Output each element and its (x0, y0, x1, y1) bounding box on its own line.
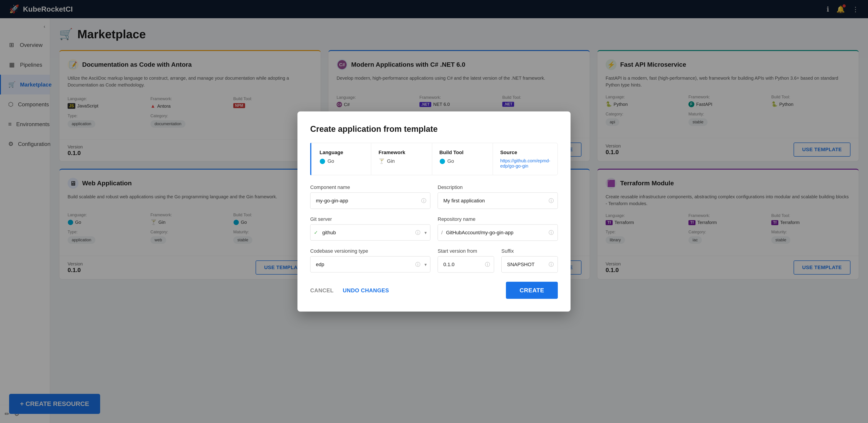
cancel-button[interactable]: CANCEL (310, 283, 334, 297)
form-group-suffix: Suffix ⓘ (501, 248, 558, 273)
form-group-description: Description ⓘ (438, 184, 558, 209)
description-input[interactable] (438, 192, 558, 209)
repo-name-input[interactable] (438, 224, 558, 241)
modal-lang-col-language: Language ⬤ Go (310, 143, 371, 175)
git-server-label: Git server (310, 216, 430, 222)
git-server-arrow-icon: ▾ (425, 230, 427, 235)
modal-lang-col-buildtool: Build Tool ⬤ Go (432, 143, 493, 175)
modal-title: Create application from template (310, 124, 558, 134)
start-version-label: Start version from (438, 248, 494, 254)
suffix-label: Suffix (501, 248, 558, 254)
form-group-repo-name: Repository name / ⓘ (438, 216, 558, 241)
repo-prefix-icon: / (441, 230, 443, 236)
modal-actions: CANCEL UNDO CHANGES CREATE (310, 282, 558, 299)
description-info-icon: ⓘ (549, 198, 554, 204)
git-server-prefix-icon: ✓ (314, 230, 318, 235)
modal-lang-section-wrapper: Language ⬤ Go Framework 🍸 Gin Build Tool… (310, 143, 558, 175)
codebase-info-icon: ⓘ (415, 261, 420, 268)
suffix-info-icon: ⓘ (549, 261, 554, 268)
component-name-input[interactable] (310, 192, 430, 209)
blue-bar (310, 143, 311, 175)
source-link[interactable]: https://github.com/epmd-edp/go-go-gin (500, 158, 550, 169)
codebase-label: Codebase versioning type (310, 248, 430, 254)
git-server-wrap: ✓ github ⓘ ▾ (310, 224, 430, 241)
form-row-3b: Start version from ⓘ Suffix ⓘ (438, 248, 558, 273)
modal-actions-left: CANCEL UNDO CHANGES (310, 283, 389, 297)
form-group-git-server: Git server ✓ github ⓘ ▾ (310, 216, 430, 241)
form-row-1: Component name ⓘ Description ⓘ (310, 184, 558, 209)
git-server-select[interactable]: github (310, 224, 430, 241)
git-server-info-icon: ⓘ (415, 229, 420, 236)
modal-lang-col-source: Source https://github.com/epmd-edp/go-go… (493, 143, 558, 175)
component-name-info-icon: ⓘ (421, 198, 426, 204)
start-version-info-icon: ⓘ (485, 261, 490, 268)
modal-lang-section: Language ⬤ Go Framework 🍸 Gin Build Tool… (310, 143, 558, 175)
form-group-start-version: Start version from ⓘ (438, 248, 494, 273)
form-row-2: Git server ✓ github ⓘ ▾ Repository name … (310, 216, 558, 241)
modal-form: Component name ⓘ Description ⓘ Git serve… (310, 184, 558, 273)
repo-name-info-icon: ⓘ (549, 229, 554, 236)
description-wrap: ⓘ (438, 192, 558, 209)
go-bt-icon: ⬤ (439, 158, 445, 164)
codebase-wrap: edp ⓘ ▾ (310, 256, 430, 273)
suffix-wrap: ⓘ (501, 256, 558, 273)
start-version-wrap: ⓘ (438, 256, 494, 273)
repo-name-label: Repository name (438, 216, 558, 222)
go-lang-icon: ⬤ (319, 158, 325, 164)
codebase-arrow-icon: ▾ (425, 262, 427, 267)
form-group-codebase: Codebase versioning type edp ⓘ ▾ (310, 248, 430, 273)
modal-lang-col-framework: Framework 🍸 Gin (371, 143, 432, 175)
repo-name-wrap: / ⓘ (438, 224, 558, 241)
undo-changes-button[interactable]: UNDO CHANGES (343, 283, 389, 297)
component-name-label: Component name (310, 184, 430, 190)
codebase-select[interactable]: edp (310, 256, 430, 273)
gin-fw-icon: 🍸 (378, 158, 384, 164)
form-row-3: Codebase versioning type edp ⓘ ▾ Start v… (310, 248, 558, 273)
component-name-wrap: ⓘ (310, 192, 430, 209)
create-button[interactable]: CREATE (506, 282, 558, 299)
form-group-component-name: Component name ⓘ (310, 184, 430, 209)
description-label: Description (438, 184, 558, 190)
create-from-template-modal: Create application from template Languag… (298, 112, 570, 312)
